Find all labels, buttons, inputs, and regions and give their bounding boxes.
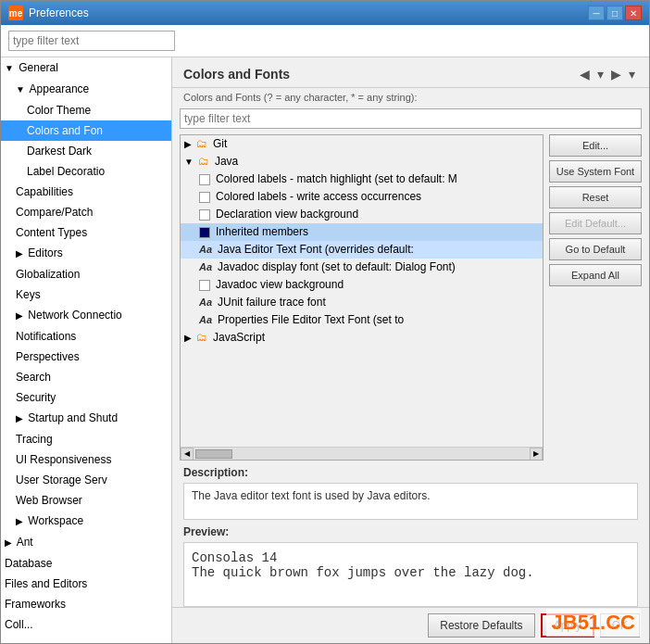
tree-item-properties-font[interactable]: Aa Properties File Editor Text Font (set… — [181, 311, 543, 329]
sidebar-item-web-browser[interactable]: Web Browser — [1, 490, 171, 511]
sidebar-item-label-decorations[interactable]: Label Decoratio — [1, 161, 171, 182]
font-icon: Aa — [199, 312, 212, 328]
tree-item-label: Properties File Editor Text Font (set to — [218, 312, 404, 328]
sidebar-item-appearance[interactable]: ▼ Appearance — [1, 79, 171, 100]
nav-back-button[interactable]: ◀ — [577, 65, 593, 83]
tree-panel: ▶ 🗂 Git ▼ 🗂 Java — [180, 134, 642, 461]
colors-filter-input[interactable] — [180, 108, 642, 129]
sidebar-item-editors[interactable]: ▶ Editors — [1, 243, 171, 264]
title-bar: me Preferences ─ □ ✕ — [1, 1, 649, 25]
sidebar-item-label: Workspace — [28, 514, 83, 527]
font-icon: Aa — [199, 295, 212, 310]
horizontal-scrollbar[interactable]: ◀ ▶ — [181, 447, 543, 460]
nav-back-dropdown[interactable]: ▾ — [594, 65, 606, 83]
tree-item-colored-write[interactable]: Colored labels - write access occurrence… — [181, 188, 543, 206]
sidebar-item-files-editors[interactable]: Files and Editors — [1, 574, 171, 594]
tree-item-inherited-members[interactable]: Inherited members — [181, 223, 543, 241]
sidebar-item-tracing[interactable]: Tracing — [1, 429, 171, 449]
expand-arrow: ▶ — [16, 310, 23, 321]
sidebar-item-color-theme[interactable]: Color Theme — [1, 100, 171, 120]
preferences-window: me Preferences ─ □ ✕ ▼ General ▼ Appeara… — [0, 0, 650, 644]
sidebar-item-label: Search — [16, 371, 51, 384]
sidebar-item-search[interactable]: Search — [1, 367, 171, 387]
tree-item-javadoc-display-font[interactable]: Aa Javadoc display font (set to default:… — [181, 259, 543, 276]
reset-button[interactable]: Reset — [549, 186, 642, 208]
preview-line2: The quick brown fox jumps over the lazy … — [192, 565, 630, 580]
go-to-default-button[interactable]: Go to Default — [549, 238, 642, 260]
sidebar-item-keys[interactable]: Keys — [1, 284, 171, 305]
edit-button[interactable]: Edit... — [549, 134, 642, 157]
sidebar-item-label: User Storage Serv — [16, 474, 107, 486]
sidebar-item-label: Files and Editors — [5, 577, 87, 590]
tree-item-label: JUnit failure trace font — [218, 295, 326, 310]
sidebar-item-label: Editors — [28, 246, 62, 259]
sidebar-item-label: Keys — [16, 288, 41, 301]
sidebar-item-content-types[interactable]: Content Types — [1, 222, 171, 243]
scroll-right-arrow[interactable]: ▶ — [530, 448, 543, 461]
panel-subtitle: Colors and Fonts (? = any character, * =… — [172, 88, 649, 108]
folder-icon: 🗂 — [198, 154, 209, 170]
tree-item-junit-font[interactable]: Aa JUnit failure trace font — [181, 294, 543, 311]
sidebar-item-frameworks[interactable]: Frameworks — [1, 594, 171, 614]
tree-item-label: Inherited members — [216, 224, 308, 240]
sidebar-item-ant[interactable]: ▶ Ant — [1, 532, 171, 553]
tree-item-declaration-bg[interactable]: Declaration view background — [181, 206, 543, 223]
scroll-left-arrow[interactable]: ◀ — [181, 448, 194, 461]
sidebar-item-notifications[interactable]: Notifications — [1, 326, 171, 347]
tree-item-javadoc-bg[interactable]: Javadoc view background — [181, 276, 543, 294]
sidebar-item-colors-fonts[interactable]: Colors and Fon — [1, 120, 171, 141]
panel-nav: ◀ ▾ ▶ ▾ — [577, 65, 638, 83]
main-content: ▼ General ▼ Appearance Color Theme Color… — [1, 57, 649, 643]
sidebar-item-label: Database — [5, 557, 52, 570]
maximize-button[interactable]: □ — [606, 6, 623, 20]
expand-arrow: ▶ — [16, 413, 23, 423]
color-swatch — [199, 280, 210, 291]
color-swatch — [199, 209, 210, 221]
tree-item-java[interactable]: ▼ 🗂 Java — [181, 153, 543, 170]
sidebar-item-database[interactable]: Database — [1, 553, 171, 574]
use-system-font-button[interactable]: Use System Font — [549, 160, 642, 183]
font-icon: Aa — [199, 242, 212, 258]
scroll-thumb[interactable] — [195, 449, 232, 459]
right-panel: Colors and Fonts ◀ ▾ ▶ ▾ Colors and Font… — [172, 57, 649, 643]
sidebar-item-workspace[interactable]: ▶ Workspace — [1, 511, 171, 532]
sidebar-item-coll[interactable]: Coll... — [1, 614, 171, 635]
close-button[interactable]: ✕ — [625, 6, 642, 20]
nav-forward-dropdown[interactable]: ▾ — [626, 65, 638, 83]
tree-item-colored-match[interactable]: Colored labels - match highlight (set to… — [181, 170, 543, 188]
description-section: Description: The Java editor text font i… — [180, 466, 642, 520]
sidebar-item-network[interactable]: ▶ Network Connectio — [1, 305, 171, 326]
tree-item-java-editor-font[interactable]: Aa Java Editor Text Font (overrides defa… — [181, 241, 543, 259]
colors-tree: ▶ 🗂 Git ▼ 🗂 Java — [181, 135, 543, 447]
sidebar-item-startup[interactable]: ▶ Startup and Shutd — [1, 408, 171, 429]
tree-item-label: Javadoc display font (set to default: Di… — [218, 259, 456, 275]
sidebar-item-general[interactable]: ▼ General — [1, 57, 171, 79]
sidebar-item-label: Coll... — [5, 618, 33, 631]
sidebar-item-label: Notifications — [16, 330, 76, 343]
sidebar-item-label: General — [19, 61, 58, 74]
expand-arrow: ▶ — [16, 248, 23, 259]
tree-item-label: Javadoc view background — [216, 277, 344, 293]
sidebar-item-security[interactable]: Security — [1, 387, 171, 408]
expand-all-button[interactable]: Expand All — [549, 264, 642, 286]
expand-arrow: ▶ — [5, 537, 12, 548]
sidebar-item-globalization[interactable]: Globalization — [1, 264, 171, 284]
sidebar-item-perspectives[interactable]: Perspectives — [1, 347, 171, 367]
nav-forward-button[interactable]: ▶ — [608, 65, 624, 83]
minimize-button[interactable]: ─ — [588, 6, 605, 20]
sidebar-item-label: Tracing — [16, 433, 53, 446]
edit-default-button[interactable]: Edit Default... — [549, 212, 642, 234]
sidebar-item-darkest-dark[interactable]: Darkest Dark — [1, 141, 171, 161]
sidebar-item-ui-responsiveness[interactable]: UI Responsiveness — [1, 449, 171, 470]
search-input[interactable] — [8, 31, 175, 51]
sidebar-item-label: Frameworks — [5, 598, 66, 611]
expand-arrow: ▶ — [16, 516, 23, 526]
sidebar-item-capabilities[interactable]: Capabilities — [1, 182, 171, 202]
expand-icon: ▶ — [184, 330, 192, 346]
window-title: Preferences — [29, 6, 89, 19]
tree-item-javascript[interactable]: ▶ 🗂 JavaScript — [181, 329, 543, 347]
tree-item-git[interactable]: ▶ 🗂 Git — [181, 135, 543, 153]
restore-defaults-button[interactable]: Restore Defaults — [428, 613, 534, 638]
sidebar-item-user-storage[interactable]: User Storage Serv — [1, 470, 171, 490]
sidebar-item-compare-patch[interactable]: Compare/Patch — [1, 202, 171, 222]
